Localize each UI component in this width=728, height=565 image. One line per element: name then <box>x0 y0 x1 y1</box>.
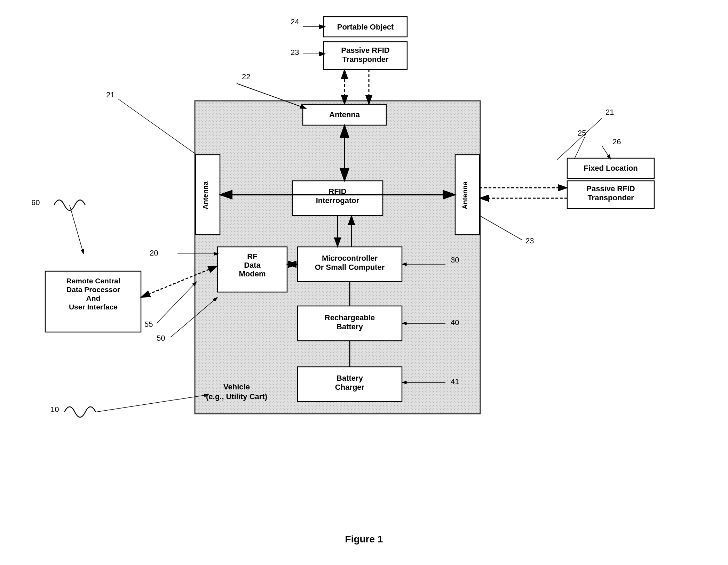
ref-41: 41 <box>451 377 459 386</box>
antenna-left-label: Antenna <box>201 181 209 209</box>
ref-26: 26 <box>612 137 621 146</box>
figure-caption: Figure 1 <box>345 534 383 544</box>
fixed-rfid-label-1: Passive RFID <box>586 184 635 193</box>
ref-55: 55 <box>144 320 153 329</box>
battery-charger-label-1: Battery <box>337 374 363 382</box>
fixed-location-label: Fixed Location <box>584 164 638 172</box>
ref-23-top: 23 <box>291 48 299 57</box>
portable-object-label: Portable Object <box>337 23 394 31</box>
line-60-to-remote <box>70 205 84 254</box>
remote-central-label-3: And <box>86 294 101 302</box>
passive-rfid-top-label-2: Transponder <box>342 55 389 64</box>
battery-charger-label-2: Charger <box>335 383 365 392</box>
remote-central-label-4: User Interface <box>69 303 118 311</box>
ref-20: 20 <box>150 249 158 257</box>
ref-40: 40 <box>451 318 459 327</box>
passive-rfid-top-label-1: Passive RFID <box>341 46 389 55</box>
ref-22: 22 <box>242 72 250 81</box>
rf-data-modem-label-3: Modem <box>239 269 266 278</box>
antenna-right-label: Antenna <box>461 181 469 209</box>
antenna-top-label: Antenna <box>329 110 360 119</box>
rechargeable-battery-label-1: Rechargeable <box>325 313 375 322</box>
fixed-rfid-label-2: Transponder <box>587 193 634 202</box>
ref-24: 24 <box>291 17 299 26</box>
line-26 <box>602 146 611 159</box>
vehicle-label-1: Vehicle <box>223 382 250 391</box>
ref-30: 30 <box>451 256 459 264</box>
rfid-interrogator-label-2: Interrogator <box>316 196 359 205</box>
ref-50: 50 <box>157 334 165 342</box>
vehicle-symbol-10 <box>64 407 96 417</box>
ref-23-right: 23 <box>525 236 534 245</box>
remote-central-label-2: Data Processor <box>66 285 120 293</box>
diagram-container: Portable Object Passive RFID Transponder… <box>0 0 728 565</box>
microcontroller-label-1: Microcontroller <box>322 254 378 263</box>
rf-data-modem-label-2: Data <box>244 261 261 269</box>
main-diagram-svg: Portable Object Passive RFID Transponder… <box>0 0 728 565</box>
rechargeable-battery-label-2: Battery <box>337 322 363 331</box>
remote-central-label-1: Remote Central <box>66 277 120 285</box>
ref-21-left: 21 <box>106 90 114 99</box>
vehicle-label-2: (e.g., Utility Cart) <box>206 392 267 401</box>
microcontroller-label-2: Or Small Computer <box>315 263 385 272</box>
ref-25: 25 <box>578 129 586 137</box>
rf-data-modem-label-1: RF <box>247 252 257 261</box>
ref-21-right: 21 <box>606 108 614 116</box>
line-25 <box>574 137 585 159</box>
line-21-left <box>118 99 197 155</box>
rfid-interrogator-label-1: RFID <box>329 187 346 196</box>
line-10-vehicle <box>96 395 209 412</box>
line-21-right <box>557 118 602 160</box>
line-23-right <box>480 216 522 240</box>
ref-10: 10 <box>50 405 59 414</box>
ref-60: 60 <box>31 198 40 207</box>
